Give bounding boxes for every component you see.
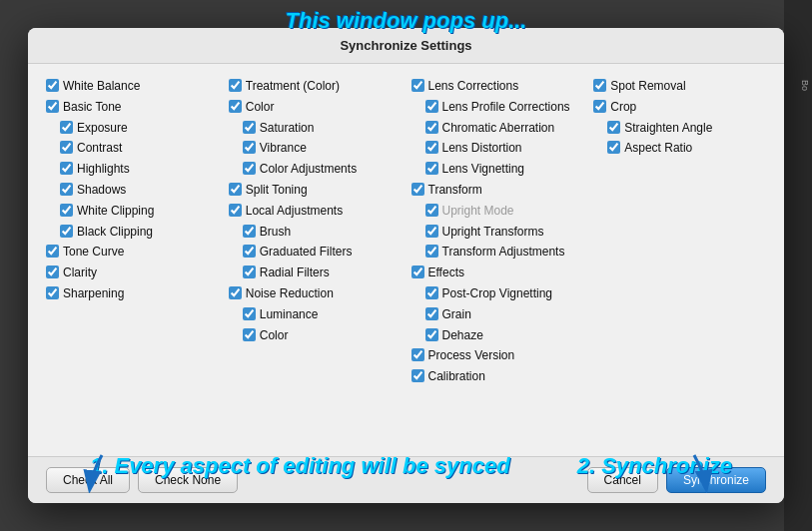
list-item: Lens Vignetting [411,161,584,178]
label-col2-item10: Post-Crop Vignetting [442,285,553,302]
label-col2-item3: Lens Distortion [442,140,522,157]
checkbox-col1-item2[interactable] [243,121,256,134]
label-col2-item13: Process Version [428,347,515,364]
label-col2-item12: Dehaze [442,327,483,344]
list-item: Sharpening [46,285,219,302]
checkbox-col0-item10[interactable] [46,286,59,299]
column-1: Treatment (Color)ColorSaturationVibrance… [229,78,402,442]
checkbox-col1-item8[interactable] [243,245,256,258]
checkbox-col1-item7[interactable] [243,225,256,238]
list-item: Contrast [46,140,219,157]
check-all-button[interactable]: Check All [46,467,130,493]
label-col1-item6: Local Adjustments [246,203,343,220]
list-item: Calibration [411,368,584,385]
cancel-button[interactable]: Cancel [587,467,658,493]
list-item: Lens Profile Corrections [411,99,584,116]
label-col2-item11: Grain [442,306,471,323]
sidebar-right: Bo [784,0,812,531]
checkbox-col2-item6[interactable] [425,204,438,217]
checkbox-col2-item11[interactable] [425,307,438,320]
list-item: Dehaze [411,327,584,344]
checkbox-col0-item5[interactable] [60,183,73,196]
list-item: Exposure [46,120,219,137]
sidebar-text: Bo [800,80,810,91]
label-col3-item0: Spot Removal [610,78,685,95]
label-col0-item1: Basic Tone [63,99,121,116]
checkbox-col0-item0[interactable] [46,79,59,92]
checkbox-col3-item2[interactable] [607,121,620,134]
label-col0-item5: Shadows [77,182,126,199]
checkbox-col0-item6[interactable] [60,204,73,217]
checkbox-col2-item9[interactable] [411,266,424,278]
checkbox-col2-item5[interactable] [411,183,424,196]
overlay-top-text: This window pops up... [286,8,527,34]
synchronize-button[interactable]: Synchronize [666,467,766,493]
list-item: Effects [411,265,584,281]
label-col2-item6: Upright Mode [442,203,514,220]
label-col2-item4: Lens Vignetting [442,161,525,178]
list-item: Brush [229,224,402,241]
column-2: Lens CorrectionsLens Profile Corrections… [411,78,584,442]
list-item: Chromatic Aberration [411,120,584,137]
list-item: Black Clipping [46,224,219,241]
checkbox-col2-item3[interactable] [425,141,438,154]
list-item: Transform [411,182,584,199]
list-item: Noise Reduction [229,285,402,302]
column-3: Spot RemovalCropStraighten AngleAspect R… [593,78,766,442]
checkbox-col2-item4[interactable] [425,162,438,175]
checkbox-col1-item9[interactable] [243,266,256,278]
checkbox-col1-item11[interactable] [243,307,256,320]
checkbox-col1-item6[interactable] [229,204,242,217]
checkbox-col0-item8[interactable] [46,245,59,258]
list-item: Radial Filters [229,265,402,281]
dialog: Synchronize Settings White BalanceBasic … [28,28,784,503]
label-col0-item10: Sharpening [63,285,124,302]
label-col1-item1: Color [246,99,275,116]
label-col0-item0: White Balance [63,78,140,95]
checkbox-col2-item7[interactable] [425,225,438,238]
checkbox-col1-item5[interactable] [229,183,242,196]
label-col0-item8: Tone Curve [63,244,124,261]
checkbox-col0-item4[interactable] [60,162,73,175]
list-item: Process Version [411,347,584,364]
checkbox-col1-item1[interactable] [229,100,242,113]
checkbox-col3-item1[interactable] [593,100,606,113]
label-col0-item2: Exposure [77,120,128,137]
list-item: Color [229,327,402,344]
checkbox-col2-item1[interactable] [425,100,438,113]
checkbox-col0-item3[interactable] [60,141,73,154]
checkbox-col0-item2[interactable] [60,121,73,134]
label-col2-item5: Transform [428,182,482,199]
list-item: Treatment (Color) [229,78,402,95]
checkbox-col0-item9[interactable] [46,266,59,278]
checkbox-col2-item0[interactable] [411,79,424,92]
dialog-footer: Check All Check None Cancel Synchronize [28,456,784,503]
label-col1-item4: Color Adjustments [260,161,357,178]
checkbox-col1-item10[interactable] [229,286,242,299]
label-col2-item1: Lens Profile Corrections [442,99,570,116]
list-item: Local Adjustments [229,203,402,220]
checkbox-col2-item13[interactable] [411,348,424,361]
list-item: White Clipping [46,203,219,220]
checkbox-col1-item4[interactable] [243,162,256,175]
list-item: Saturation [229,120,402,137]
checkbox-col1-item3[interactable] [243,141,256,154]
checkbox-col2-item14[interactable] [411,369,424,382]
checkbox-col2-item2[interactable] [425,121,438,134]
checkbox-col2-item12[interactable] [425,328,438,341]
checkbox-col0-item7[interactable] [60,225,73,238]
checkbox-col2-item8[interactable] [425,245,438,258]
list-item: Shadows [46,182,219,199]
checkbox-col1-item12[interactable] [243,328,256,341]
label-col1-item9: Radial Filters [260,265,330,281]
check-none-button[interactable]: Check None [138,467,238,493]
list-item: Lens Distortion [411,140,584,157]
label-col1-item12: Color [260,327,289,344]
checkbox-col0-item1[interactable] [46,100,59,113]
footer-left: Check All Check None [46,467,238,493]
checkbox-col1-item0[interactable] [229,79,242,92]
list-item: Vibrance [229,140,402,157]
checkbox-col3-item3[interactable] [607,141,620,154]
checkbox-col3-item0[interactable] [593,79,606,92]
checkbox-col2-item10[interactable] [425,286,438,299]
